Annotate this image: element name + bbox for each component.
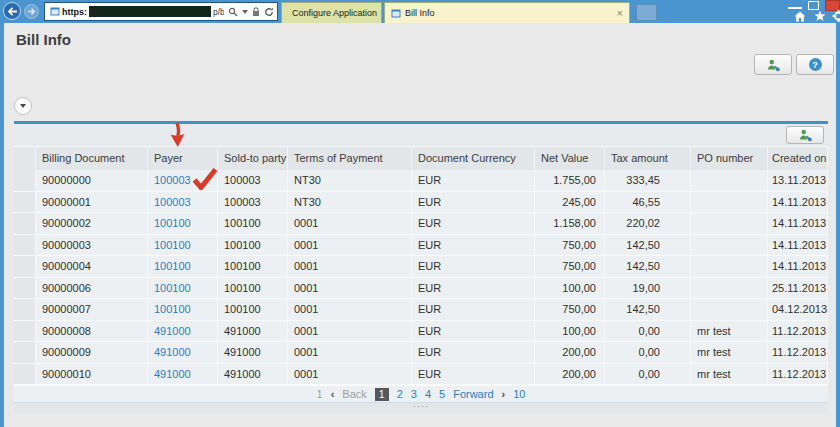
column-header-terms-of-payment[interactable]: Terms of Payment	[288, 147, 412, 170]
tab-label: Bill Info	[405, 8, 435, 18]
tools-icon[interactable]	[832, 10, 840, 22]
table-cell: 0,00	[605, 342, 691, 363]
tab-bill-info[interactable]: Bill Info ×	[384, 2, 630, 23]
payer-link[interactable]: 100100	[154, 303, 191, 315]
column-header-billing-document[interactable]: Billing Document	[36, 147, 148, 170]
table-row: 900000084910004910000001EUR100,000,00mr …	[14, 321, 828, 343]
payer-link[interactable]: 100100	[154, 239, 191, 251]
address-bar[interactable]: https: p/bc/webdynpro/sap/zte	[44, 2, 278, 21]
row-selector[interactable]	[14, 235, 36, 256]
payer-link[interactable]: 100100	[154, 217, 191, 229]
table-cell: 142,50	[605, 256, 691, 277]
table-cell: EUR	[412, 299, 535, 320]
table-cell: 0001	[288, 213, 412, 234]
app-page: Bill Info ?	[0, 23, 840, 427]
help-button[interactable]: ?	[796, 54, 834, 75]
table-cell: 750,00	[535, 256, 605, 277]
lock-icon	[252, 7, 260, 17]
table-cell: 14.11.2013	[768, 213, 828, 234]
table-cell: 100003	[218, 170, 288, 191]
table-resize-handle[interactable]: ····	[14, 402, 828, 413]
row-selector[interactable]	[14, 364, 36, 385]
column-header-tax-amount[interactable]: Tax amount	[605, 147, 691, 170]
row-selector[interactable]	[14, 321, 36, 342]
back-button[interactable]	[3, 2, 21, 20]
minimize-button[interactable]	[788, 0, 802, 9]
back-chevron-icon[interactable]: ‹	[331, 388, 335, 400]
forward-link[interactable]: Forward	[453, 388, 493, 400]
table-cell	[691, 213, 768, 234]
personalize-button[interactable]	[754, 54, 792, 75]
table-cell: 14.11.2013	[768, 235, 828, 256]
new-tab-button[interactable]	[636, 4, 657, 21]
table-cell: 100100	[148, 213, 218, 234]
table-cell: 19,00	[605, 278, 691, 299]
table-cell	[691, 170, 768, 191]
row-selector[interactable]	[14, 278, 36, 299]
favorites-star-icon[interactable]	[814, 10, 826, 22]
table-settings-button[interactable]	[786, 126, 824, 144]
back-link[interactable]: Back	[342, 388, 366, 400]
table-cell: 491000	[218, 342, 288, 363]
table-row: 900000094910004910000001EUR200,000,00mr …	[14, 342, 828, 364]
page-link-4[interactable]: 4	[425, 388, 431, 400]
page-link-2[interactable]: 2	[397, 388, 403, 400]
forward-button[interactable]	[24, 4, 39, 19]
home-icon[interactable]	[794, 11, 806, 22]
payer-link[interactable]: 100100	[154, 260, 191, 272]
column-header-net-value[interactable]: Net Value	[535, 147, 605, 170]
table-cell: 04.12.2013	[768, 299, 828, 320]
payer-link[interactable]: 491000	[154, 346, 191, 358]
table-cell: 90000010	[36, 364, 148, 385]
chevron-down-icon	[20, 104, 26, 108]
search-icon[interactable]	[228, 7, 238, 17]
table-header-row: Billing DocumentPayerSold-to partyTerms …	[14, 147, 828, 170]
table-cell: 491000	[148, 364, 218, 385]
column-header-po-number[interactable]: PO number	[691, 147, 768, 170]
site-favicon-icon	[50, 7, 60, 16]
address-dropdown-icon[interactable]	[242, 10, 248, 14]
row-selector[interactable]	[14, 256, 36, 277]
table-cell: EUR	[412, 213, 535, 234]
page-link-3[interactable]: 3	[411, 388, 417, 400]
payer-link[interactable]: 100100	[154, 282, 191, 294]
row-selector[interactable]	[14, 192, 36, 213]
payer-link[interactable]: 100003	[154, 196, 191, 208]
page-link-5[interactable]: 5	[439, 388, 445, 400]
table-cell: 0001	[288, 235, 412, 256]
row-selector[interactable]	[14, 213, 36, 234]
payer-link[interactable]: 491000	[154, 325, 191, 337]
table-cell: 333,45	[605, 170, 691, 191]
column-header-payer[interactable]: Payer	[148, 147, 218, 170]
table-cell: 0001	[288, 342, 412, 363]
forward-chevron-icon[interactable]: ›	[502, 388, 506, 400]
column-header-created-on[interactable]: Created on	[768, 147, 828, 170]
table-cell: 750,00	[535, 299, 605, 320]
table-cell: 100003	[148, 170, 218, 191]
tab-configure-application[interactable]: Configure Application	[281, 2, 382, 23]
row-selector[interactable]	[14, 299, 36, 320]
table-cell: 90000003	[36, 235, 148, 256]
refresh-icon[interactable]	[264, 7, 274, 17]
table-cell: NT30	[288, 170, 412, 191]
table-cell: 100100	[148, 278, 218, 299]
column-header-sold-to-party[interactable]: Sold-to party	[218, 147, 288, 170]
last-page-link[interactable]: 10	[513, 388, 525, 400]
table-cell: 100100	[218, 235, 288, 256]
table-cell	[691, 278, 768, 299]
payer-link[interactable]: 100003	[154, 174, 191, 186]
table-cell: EUR	[412, 192, 535, 213]
row-selector[interactable]	[14, 342, 36, 363]
row-selector[interactable]	[14, 170, 36, 191]
payer-link[interactable]: 491000	[154, 368, 191, 380]
table-row: 90000000100003100003NT30EUR1.755,00333,4…	[14, 170, 828, 192]
collapse-panel-button[interactable]	[14, 97, 32, 115]
tab-close-icon[interactable]: ×	[617, 9, 623, 18]
table-cell: mr test	[691, 364, 768, 385]
maximize-button[interactable]	[808, 1, 819, 10]
table-cell: 90000004	[36, 256, 148, 277]
table-cell: 220,02	[605, 213, 691, 234]
select-all-header[interactable]	[14, 147, 36, 170]
column-header-document-currency[interactable]: Document Currency	[412, 147, 535, 170]
current-page: 1	[375, 388, 389, 401]
